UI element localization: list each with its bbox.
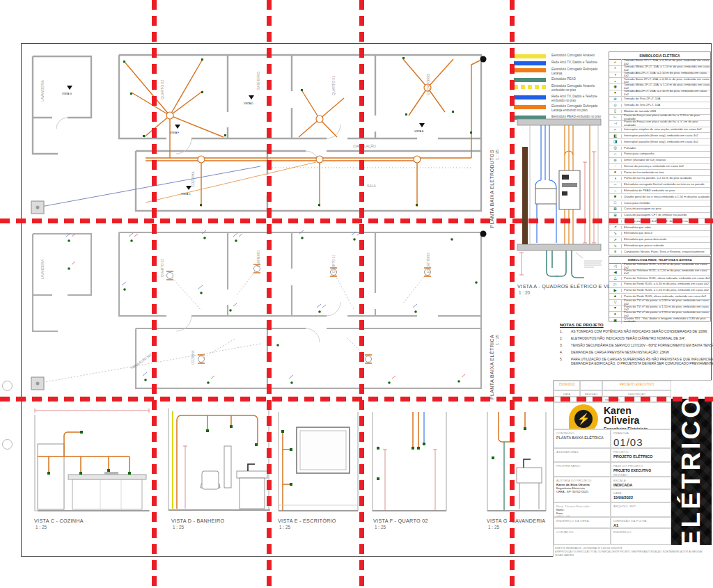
symbol-description: Interruptor paralelo (three way), embuti… (621, 141, 710, 144)
legend-label: Eletroduto Corrugado Reforçado Laranja e… (551, 104, 602, 112)
rev-col-descricao: DESCRIÇÃO (602, 390, 671, 397)
contatos-label: CONTATOS: (556, 530, 608, 534)
overlay-vertical-line-1 (152, 0, 157, 588)
symbol-glyph: ↗ (609, 225, 621, 229)
symbol-row: ⊙ Tomada de Teto 2P+T, 10A (609, 102, 710, 109)
symbol-row: ◌ Sensor de presença, embutido em caixa … (609, 164, 710, 170)
binder-hole-bottom (2, 439, 13, 450)
vista-f-label: VISTA F - QUARTO 02 1 : 25 (373, 518, 428, 530)
data-label: DATA: (613, 491, 668, 495)
svg-text:QUARTO 02: QUARTO 02 (161, 259, 164, 277)
vista-c-label: VISTA C - COZINHA 1 : 25 (34, 518, 84, 530)
symbol-glyph: ◉ (609, 85, 621, 88)
symbol-glyph: ⊞ (609, 214, 621, 217)
simbologia-eletrica-rows: ◐ Tomada Baixa 2P+T, 10A, a 0,30 m do pi… (609, 60, 710, 255)
fine-print: DIREITOS RESERVADOS - LEI FEDERAL Nº 9.6… (555, 547, 710, 557)
symbol-description: Ponto de Telefone RJ11, altura indicada,… (621, 277, 710, 280)
symbol-row: ⇗ Eletroduto que passa descendo (609, 237, 710, 244)
fine-print-line2: A REPRODUÇÃO OU EXECUÇÃO TOTAL OU PARCIA… (555, 550, 710, 557)
legend-color-bar (514, 78, 546, 82)
symbol-glyph: ⊘ (609, 97, 621, 101)
symbol-row: ∩ Ponto para campainha (609, 152, 710, 158)
note-number: 2. (560, 337, 571, 341)
symbol-description: Eletroduto que desce (621, 232, 710, 235)
title-block: 15/09/2022 PROJETO EXECUTIVO DATA REVISÃ… (553, 380, 712, 557)
data-value: 15/09/2022 (613, 495, 668, 500)
proprietario-cell: PROPRIETÁRIO: (554, 462, 611, 477)
simbologia-rede-table: SIMBOLOGIA REDE, TELEFONIA E ANTENA ◁ Po… (609, 256, 711, 321)
discipline-banner: ELÉTRICO (671, 399, 712, 545)
note-number: 5. (560, 358, 571, 367)
plan1-room-labels: LAVANDERIA QUARTO 02 BANHEIRO QUARTO 01 … (40, 72, 430, 188)
sheet-border: VISTA G VISTA F VISTA D VISTA C VISTA E … (21, 43, 712, 557)
projeto-value: PROJETO ELÉTRICO (613, 454, 668, 459)
plan1-title: PLANTA BAIXA ELETRODUTOS 1 : 35 (489, 150, 499, 241)
vista-e-drawing (274, 408, 361, 514)
svg-text:CIRCULAÇÃO: CIRCULAÇÃO (353, 144, 376, 148)
symbol-glyph: ◁ (609, 264, 621, 268)
escala-cell: ESCALA: INDICADA (611, 477, 671, 489)
fase-value: PROJETO EXECUTIVO (613, 468, 668, 472)
overlay-vertical-line-3 (359, 0, 364, 588)
symbol-description: Dimer (Variador de luz) rotativo (621, 159, 710, 162)
vista-a-quadro-vdi (535, 189, 556, 204)
symbol-glyph: ↘ (609, 232, 621, 235)
symbol-glyph: ● (609, 170, 621, 174)
rev-date-cell: 15/09/2022 (554, 381, 580, 390)
symbol-glyph: ⊠ (609, 207, 621, 211)
note-item: 1. AS TOMADAS COM POTÊNCIAS NÃO INDICADA… (560, 330, 713, 334)
endereco-cell: ENDEREÇO: (611, 528, 671, 545)
notes-title: NOTAS DE PROJETO (560, 322, 713, 327)
symbol-row: △ Ponto de Telefone RJ11, altura indicad… (609, 276, 710, 282)
logo-cell: ⚡ Karen Oliveira Engenheira Eletricista (554, 402, 671, 429)
legend-row: Eletroduto Corrugado Reforçado Laranja e… (514, 104, 606, 112)
symbol-glyph: ╌ (609, 189, 621, 193)
note-text: AS TOMADAS COM POTÊNCIAS NÃO INDICADAS S… (571, 330, 708, 334)
symbol-description: Ponto para campainha (621, 152, 710, 156)
rev-description: PROJETO EXECUTIVO (605, 383, 668, 386)
legend-label: Rede Azul TV, Dados e Telefone embutido … (551, 95, 602, 102)
note-item: 4. DEMANDA DE CARGA PREVISTA NESTA INSTA… (560, 351, 713, 355)
svg-text:VISTA E: VISTA E (414, 130, 424, 133)
symbol-description: Ponto de Rede RJ45, altura indicada, emb… (621, 295, 710, 299)
rev-date: 15/09/2022 (556, 383, 577, 386)
legend-row: Rede Azul TV, Dados e Telefone embutido … (514, 95, 606, 102)
svg-text:COZINHA: COZINHA (191, 171, 195, 187)
symbol-row: ◀ Ponto de Telefone RJ11, a 1,10 m do pi… (609, 270, 710, 276)
svg-text:BANHEIRO: BANHEIRO (257, 251, 260, 267)
fase-cell: FASE DO PROJETO: PROJETO EXECUTIVO REVIS… (611, 462, 671, 477)
plan2-street-box-dot (36, 382, 40, 386)
dimensao-label: DIMENSÃO DA FOLHA: (613, 519, 668, 523)
note-text: DEMANDA DE CARGA PREVISTA NESTA INSTALAÇ… (571, 351, 669, 355)
symbol-description: Eletroduto corrugado flexível embutido n… (621, 183, 710, 186)
fase-label: FASE DO PROJETO: (613, 464, 668, 468)
symbol-row: ─ Eletroduto corrugado flexível embutido… (609, 182, 710, 189)
lightning-bolt-icon: ⚡ (574, 410, 593, 428)
symbol-row: ● Ponto de luz embutido no teto (609, 170, 710, 176)
svg-text:QUARTO 01: QUARTO 01 (332, 255, 336, 273)
legend-color-bar (514, 95, 546, 100)
symbol-description: Interruptor paralelo (three way), embuti… (621, 134, 710, 138)
symbol-glyph: ◎ (609, 146, 621, 150)
arquivo-cell: ARQUIVO .RVT: (611, 502, 671, 517)
symbol-glyph: ◀ (609, 271, 621, 274)
assinaturas-label: ASSINATURAS: (556, 450, 608, 454)
plan-eletrica-drawing: TUBULAÇÃO SECA LAVANDERIA QUARTO 02 BANH… (27, 227, 487, 397)
escala-value: INDICADA (613, 483, 668, 487)
note-text: ELETRODUTOS NÃO INDICADOS TERÃO DIÂMETRO… (571, 337, 686, 341)
legend-label: Eletroduto Corrugado Amarelo (551, 54, 595, 58)
vista-g-label: VISTA G - LAVANDERIA 1 : 25 (487, 518, 545, 530)
symbol-row: ■ Quadro geral de luz e força embutido a… (609, 194, 710, 200)
symbol-glyph: ▽ (609, 301, 621, 304)
symbol-glyph: △ (609, 276, 621, 280)
symbol-row: ◎ Pulsador (609, 145, 710, 152)
symbol-row: ↘ Eletroduto que desce (609, 231, 710, 237)
escala-label: ESCALA: (613, 479, 668, 482)
svg-text:QUARTO 02: QUARTO 02 (160, 80, 164, 100)
symbol-glyph: ▯ (609, 109, 621, 113)
vista-a-annotation (576, 253, 602, 267)
symbol-glyph: ⊚ (609, 159, 621, 162)
svg-text:VISTA D: VISTA D (244, 102, 253, 105)
symbol-description: Ponto de Força com placa saída de fio, a… (621, 120, 710, 127)
symbol-row: ↗ Eletroduto que sobe (609, 225, 710, 231)
